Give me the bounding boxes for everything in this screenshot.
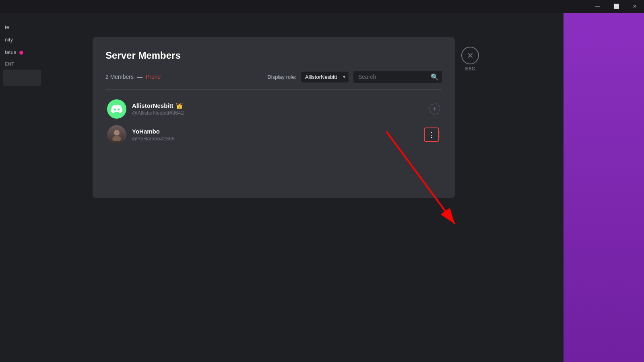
member-list: AllistorNesbitt 👑 @AllistorNesbitt#8642 …	[105, 96, 442, 148]
maximize-button[interactable]: ⬜	[607, 0, 625, 13]
status-dot-icon	[19, 51, 23, 55]
display-role-label: Display role:	[267, 74, 296, 80]
search-input[interactable]	[353, 71, 442, 83]
sidebar-content-placeholder	[3, 70, 41, 86]
members-separator: —	[137, 74, 142, 80]
crown-icon: 👑	[176, 103, 183, 109]
search-wrapper: 🔍	[353, 71, 442, 83]
member-display-name: YoHambo	[132, 128, 424, 135]
member-tag: @AllistorNesbitt#8642	[132, 110, 424, 116]
table-row[interactable]: YoHambo @YoHambo#2368 + ⋮	[105, 122, 442, 148]
add-role-button[interactable]: +	[429, 103, 440, 115]
esc-label: ESC	[465, 66, 475, 72]
table-row[interactable]: AllistorNesbitt 👑 @AllistorNesbitt#8642 …	[105, 96, 442, 122]
dialog-title: Server Members	[105, 50, 442, 61]
avatar	[107, 125, 126, 144]
member-display-name: AllistorNesbitt 👑	[132, 102, 424, 109]
dialog-backdrop: Server Members 2 Members — Prune Display…	[44, 13, 564, 362]
avatar-photo	[107, 125, 126, 144]
sidebar: te nity tatus ENT	[0, 13, 44, 362]
sidebar-item-te[interactable]: te	[0, 21, 44, 33]
sidebar-section-ent: ENT	[0, 58, 44, 68]
title-bar: — ⬜ ✕	[0, 0, 644, 13]
close-button-area: ✕ ESC	[461, 47, 479, 72]
main-content: Server Members 2 Members — Prune Display…	[44, 13, 564, 362]
members-count-area: 2 Members — Prune	[105, 74, 161, 80]
minimize-button[interactable]: —	[588, 0, 607, 13]
sidebar-item-nity[interactable]: nity	[0, 33, 44, 46]
members-header: 2 Members — Prune Display role: Allistor…	[105, 71, 442, 90]
header-right-controls: Display role: AllistorNesbitt 🔍	[267, 71, 442, 83]
search-icon: 🔍	[431, 73, 439, 81]
role-dropdown-wrapper: AllistorNesbitt	[301, 72, 349, 82]
member-info: YoHambo @YoHambo#2368	[132, 128, 424, 142]
role-dropdown[interactable]: AllistorNesbitt	[301, 72, 349, 82]
member-count-label: 2 Members	[105, 74, 134, 80]
avatar	[107, 99, 126, 119]
search-button[interactable]: 🔍	[431, 73, 439, 81]
server-members-dialog: Server Members 2 Members — Prune Display…	[93, 37, 455, 198]
member-info: AllistorNesbitt 👑 @AllistorNesbitt#8642	[132, 102, 424, 116]
sidebar-item-status[interactable]: tatus	[0, 46, 44, 58]
svg-point-0	[114, 130, 120, 136]
more-options-button[interactable]: ⋮	[424, 128, 439, 142]
right-panel	[564, 13, 644, 362]
close-dialog-button[interactable]: ✕	[461, 47, 479, 64]
prune-link[interactable]: Prune	[146, 74, 161, 80]
member-tag: @YoHambo#2368	[132, 136, 424, 142]
sidebar-item-label: tatus	[5, 49, 16, 55]
app-container: te nity tatus ENT Server Members 2 Membe…	[0, 13, 644, 362]
ellipsis-icon: ⋮	[428, 130, 435, 139]
window-close-button[interactable]: ✕	[625, 0, 644, 13]
svg-point-1	[112, 136, 121, 141]
